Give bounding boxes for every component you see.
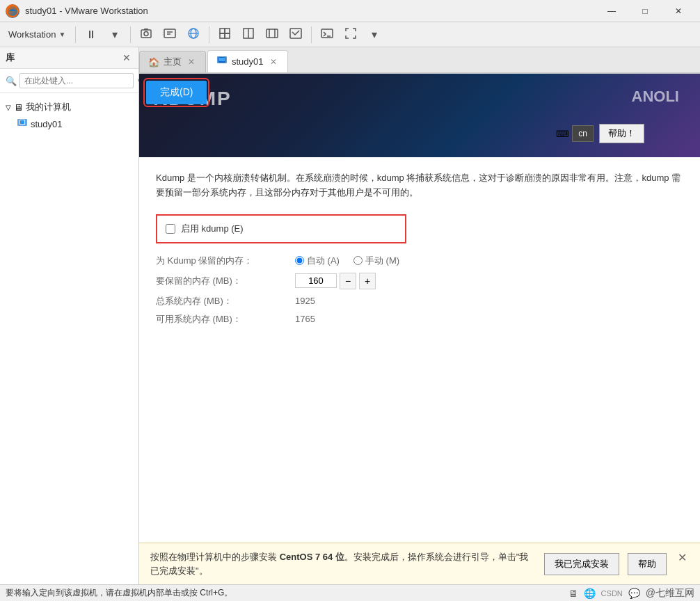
study01-tab-label: study01 xyxy=(232,56,264,67)
study01-label: study01 xyxy=(31,119,63,129)
memory-increase-button[interactable]: + xyxy=(359,273,376,289)
snapshot-button[interactable] xyxy=(135,25,157,45)
my-computer-label: 我的计算机 xyxy=(26,101,71,113)
pause-icon: ⏸ xyxy=(86,29,97,41)
collapse-icon: ▽ xyxy=(6,104,11,111)
svg-rect-13 xyxy=(225,33,230,38)
title-bar: study01 - VMware Workstation — □ ✕ xyxy=(0,0,700,22)
finish-button-area: 完成(D) xyxy=(146,81,207,104)
network-icon xyxy=(186,26,200,43)
terminal-icon xyxy=(320,26,334,43)
content-area: 🏠 主页 ✕ study01 ✕ KDUMP xyxy=(139,47,700,584)
home-tab-close[interactable]: ✕ xyxy=(186,56,197,67)
minimize-button[interactable]: — xyxy=(596,1,628,21)
sidebar-search-area: 🔍 ▼ xyxy=(0,69,138,93)
notification-text: 按照在物理计算机中的步骤安装 CentOS 7 64 位。安装完成后，操作系统会… xyxy=(150,550,536,577)
window-controls: — □ ✕ xyxy=(596,1,694,21)
svg-rect-10 xyxy=(220,29,225,33)
status-icon-3: 💬 xyxy=(628,588,640,599)
help-button[interactable]: 帮助！ xyxy=(599,124,644,143)
sidebar-close-button[interactable]: ✕ xyxy=(120,51,133,64)
manual-radio[interactable] xyxy=(353,256,363,265)
pause-button[interactable]: ⏸ xyxy=(80,25,102,45)
network-button[interactable] xyxy=(182,25,205,45)
install-done-button[interactable]: 我已完成安装 xyxy=(544,553,619,575)
connect-vm-button[interactable] xyxy=(159,25,181,45)
notif-text-1: 按照在物理计算机中的步骤安装 xyxy=(150,552,280,562)
status-icon-1: 🖥 xyxy=(568,588,578,599)
close-button[interactable]: ✕ xyxy=(662,1,694,21)
fullscreen-dropdown-arrow: ▾ xyxy=(372,28,377,41)
svg-rect-11 xyxy=(225,29,230,33)
fullscreen-dropdown-button[interactable]: ▾ xyxy=(363,25,385,45)
fullscreen-icon xyxy=(344,26,358,43)
banner-right: ANOLI xyxy=(632,88,679,106)
avail-memory-label: 可用系统内存 (MB)： xyxy=(156,313,295,326)
status-bar-right: 🖥 🌐 CSDN 💬 @七维互网 xyxy=(568,587,694,600)
view2-button[interactable] xyxy=(237,25,260,45)
workstation-menu-button[interactable]: Workstation ▼ xyxy=(3,26,71,42)
search-icon: 🔍 xyxy=(6,76,17,86)
auto-radio-item: 自动 (A) xyxy=(295,255,340,267)
pause-dropdown-arrow: ▾ xyxy=(112,28,118,41)
status-bar: 要将输入定向到该虚拟机，请在虚拟机内部单击或按 Ctrl+G。 🖥 🌐 CSDN… xyxy=(0,584,700,601)
toolbar-separator-1 xyxy=(75,26,76,43)
app-icon xyxy=(6,4,19,18)
view4-button[interactable] xyxy=(285,25,307,45)
enable-kdump-checkbox[interactable] xyxy=(166,224,175,234)
finish-button[interactable]: 完成(D) xyxy=(146,81,207,104)
total-memory-value: 1925 xyxy=(295,296,315,306)
reserve-memory-row: 为 Kdump 保留的内存： 自动 (A) 手动 (M) xyxy=(156,255,683,267)
sidebar-item-study01[interactable]: study01 xyxy=(3,115,136,133)
pause-dropdown-button[interactable]: ▾ xyxy=(104,25,126,45)
svg-rect-4 xyxy=(164,29,175,38)
svg-rect-3 xyxy=(144,29,148,30)
terminal-button[interactable] xyxy=(316,25,338,45)
view4-icon xyxy=(289,26,303,43)
sidebar-title: 库 xyxy=(6,51,15,64)
svg-rect-27 xyxy=(219,58,225,61)
total-memory-row: 总系统内存 (MB)： 1925 xyxy=(156,295,683,307)
status-message: 要将输入定向到该虚拟机，请在虚拟机内部单击或按 Ctrl+G。 xyxy=(6,587,232,599)
fullscreen-button[interactable] xyxy=(340,25,362,45)
kdump-settings: Kdump 是一个内核崩溃转储机制。在系统崩溃的时候，kdump 将捕获系统信息… xyxy=(139,157,700,543)
sidebar-search-input[interactable] xyxy=(19,73,134,88)
avail-memory-row: 可用系统内存 (MB)： 1765 xyxy=(156,313,683,326)
notification-bar: 按照在物理计算机中的步骤安装 CentOS 7 64 位。安装完成后，操作系统会… xyxy=(139,543,700,584)
total-memory-label: 总系统内存 (MB)： xyxy=(156,295,295,307)
kdump-description: Kdump 是一个内核崩溃转储机制。在系统崩溃的时候，kdump 将捕获系统信息… xyxy=(156,171,683,200)
reserve-radio-group: 自动 (A) 手动 (M) xyxy=(295,255,399,267)
csdn-label: CSDN xyxy=(601,589,623,598)
avail-memory-value: 1765 xyxy=(295,314,315,324)
memory-decrease-button[interactable]: − xyxy=(340,273,356,289)
tab-study01[interactable]: study01 ✕ xyxy=(207,50,288,72)
svg-rect-1 xyxy=(141,30,151,38)
sidebar-item-my-computer[interactable]: ▽ 🖥 我的计算机 xyxy=(3,99,136,115)
maximize-button[interactable]: □ xyxy=(629,1,661,21)
notification-help-button[interactable]: 帮助 xyxy=(628,553,667,575)
manual-radio-label: 手动 (M) xyxy=(365,255,399,267)
preserve-memory-row: 要保留的内存 (MB)： − + xyxy=(156,273,683,289)
main-layout: 库 ✕ 🔍 ▼ ▽ 🖥 我的计算机 stu xyxy=(0,47,700,584)
view3-button[interactable] xyxy=(261,25,283,45)
home-tab-icon: 🏠 xyxy=(148,57,159,67)
workstation-label: Workstation xyxy=(8,29,56,40)
view1-button[interactable] xyxy=(214,25,236,45)
tabs-bar: 🏠 主页 ✕ study01 ✕ xyxy=(139,47,700,74)
kdump-option-box: 启用 kdump (E) xyxy=(156,214,406,243)
enable-kdump-label: 启用 kdump (E) xyxy=(181,223,244,235)
keyboard-icon: ⌨ xyxy=(556,129,569,139)
view2-icon xyxy=(241,26,255,43)
auto-radio[interactable] xyxy=(295,256,304,265)
status-icon-4: @七维互网 xyxy=(646,587,694,600)
banner-cn-area: ⌨ cn 帮助！ xyxy=(556,124,644,143)
toolbar: Workstation ▼ ⏸ ▾ xyxy=(0,22,700,47)
study01-tab-close[interactable]: ✕ xyxy=(268,56,279,67)
reserve-memory-label: 为 Kdump 保留的内存： xyxy=(156,255,295,267)
tab-home[interactable]: 🏠 主页 ✕ xyxy=(139,51,206,72)
notification-close-button[interactable]: ✕ xyxy=(675,550,689,564)
computer-icon: 🖥 xyxy=(14,102,23,113)
memory-value-input[interactable] xyxy=(295,273,337,288)
svg-rect-12 xyxy=(220,33,225,38)
enable-kdump-row: 启用 kdump (E) xyxy=(166,223,397,235)
